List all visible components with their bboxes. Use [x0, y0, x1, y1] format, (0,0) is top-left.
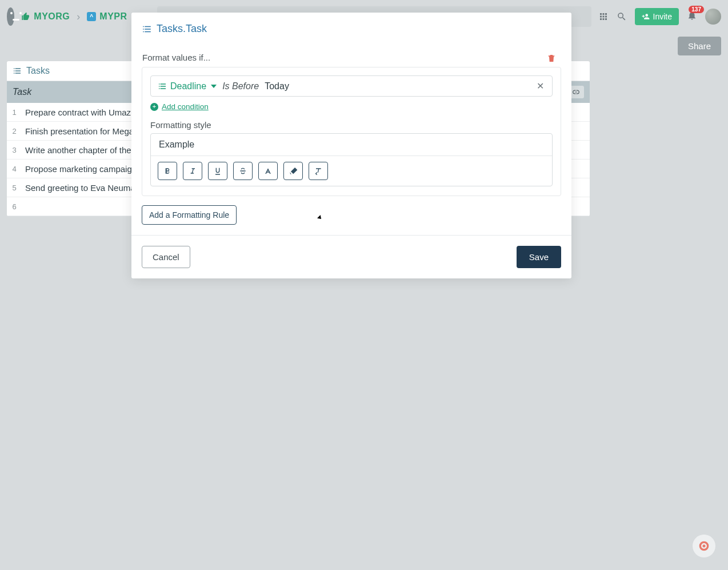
lifebuoy-icon: [698, 540, 710, 552]
list-icon: [158, 82, 167, 91]
condition-value[interactable]: Today: [265, 81, 289, 91]
formatting-style-label: Formatting style: [150, 120, 553, 130]
condition-field-name: Deadline: [170, 81, 206, 91]
formatting-style-box: Example: [150, 133, 553, 186]
condition-field-picker[interactable]: Deadline: [158, 81, 217, 91]
formatting-example: Example: [151, 134, 552, 156]
modal-title: Tasks.Task: [157, 23, 207, 35]
conditional-format-modal: Tasks.Task Format values if... Deadline …: [131, 13, 571, 278]
italic-button[interactable]: [183, 162, 202, 180]
trash-icon[interactable]: [547, 54, 556, 63]
fill-color-button[interactable]: [283, 162, 303, 180]
add-condition[interactable]: + Add condition: [150, 102, 553, 111]
modal-body: Format values if... Deadline Is Before T…: [131, 41, 571, 235]
add-condition-link[interactable]: Add condition: [162, 102, 209, 111]
clear-format-button[interactable]: [309, 162, 328, 180]
cancel-button[interactable]: Cancel: [142, 246, 190, 268]
rule-label: Format values if...: [142, 53, 210, 62]
bold-button[interactable]: [158, 162, 177, 180]
add-rule-button[interactable]: Add a Formatting Rule: [142, 205, 237, 225]
remove-condition-icon[interactable]: ✕: [534, 81, 546, 91]
condition-operator[interactable]: Is Before: [222, 81, 259, 91]
formatting-toolbar: [151, 156, 552, 186]
modal-footer: Cancel Save: [131, 235, 571, 278]
text-color-button[interactable]: [258, 162, 278, 180]
help-button[interactable]: [693, 535, 715, 557]
condition-row: Deadline Is Before Today ✕: [150, 75, 553, 97]
save-button[interactable]: Save: [517, 246, 561, 268]
plus-icon: +: [150, 103, 158, 111]
chevron-down-icon: [211, 85, 217, 88]
strikethrough-button[interactable]: [233, 162, 253, 180]
list-icon: [142, 24, 152, 34]
rule-block: Format values if... Deadline Is Before T…: [142, 67, 561, 196]
modal-overlay: Tasks.Task Format values if... Deadline …: [0, 0, 728, 570]
modal-header: Tasks.Task: [131, 13, 571, 41]
underline-button[interactable]: [208, 162, 227, 180]
